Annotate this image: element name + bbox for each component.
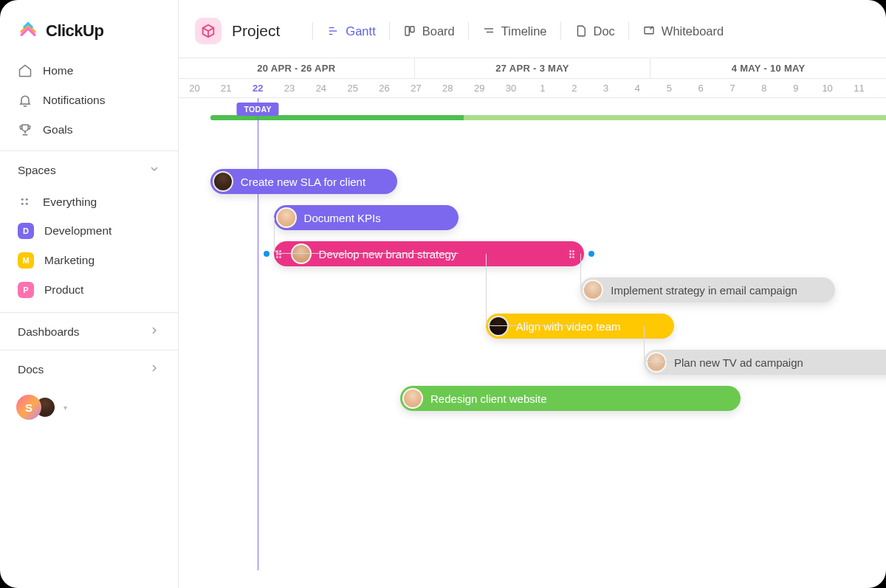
separator xyxy=(560,22,561,40)
assignee-avatar[interactable] xyxy=(402,388,423,409)
separator xyxy=(312,22,313,40)
day-cell: 28 xyxy=(432,79,464,97)
day-cell: 8 xyxy=(748,79,780,97)
dependency-line xyxy=(644,326,674,362)
user-avatar: S xyxy=(16,395,41,420)
nav-goals[interactable]: Goals xyxy=(10,115,168,145)
svg-point-2 xyxy=(21,203,24,205)
week-header: 20 APR - 26 APR 27 APR - 3 MAY 4 MAY - 1… xyxy=(179,58,886,79)
nav-notifications[interactable]: Notifications xyxy=(10,86,168,115)
main-content: Project Gantt Board Timeline xyxy=(179,0,886,588)
svg-rect-7 xyxy=(405,27,409,35)
chevron-right-icon xyxy=(148,362,160,377)
tab-timeline[interactable]: Timeline xyxy=(482,24,547,38)
day-cell: 1 xyxy=(526,79,558,97)
separator xyxy=(389,22,390,40)
task-bar[interactable]: Plan new TV ad campaign xyxy=(644,350,886,375)
space-label: Development xyxy=(44,224,111,238)
overall-progress-done xyxy=(210,115,464,120)
tab-board-label: Board xyxy=(422,24,455,38)
tab-gantt-label: Gantt xyxy=(346,24,375,38)
nav-primary: Home Notifications Goals xyxy=(0,56,178,151)
svg-point-3 xyxy=(26,203,28,205)
assignee-avatar[interactable] xyxy=(583,280,603,300)
day-cell: 22 xyxy=(242,79,274,97)
space-list: Everything D Development M Marketing P P… xyxy=(0,188,178,312)
task-bar[interactable]: Implement strategy in email campaign xyxy=(580,277,835,302)
dashboards-header[interactable]: Dashboards xyxy=(0,312,178,350)
day-cell: 12 xyxy=(875,79,886,97)
space-everything-label: Everything xyxy=(43,196,97,209)
project-title: Project xyxy=(232,22,280,40)
dependency-line xyxy=(274,218,459,254)
chevron-down-icon xyxy=(148,163,160,178)
gantt-view: 20 APR - 26 APR 27 APR - 3 MAY 4 MAY - 1… xyxy=(179,58,886,588)
dependency-handle xyxy=(588,251,594,257)
brand-name: ClickUp xyxy=(46,21,103,41)
tab-board[interactable]: Board xyxy=(403,24,455,38)
nav-goals-label: Goals xyxy=(43,123,73,136)
tab-gantt[interactable]: Gantt xyxy=(326,24,375,38)
space-label: Product xyxy=(44,283,83,297)
space-development[interactable]: D Development xyxy=(10,216,168,246)
user-switcher[interactable]: S ▾ xyxy=(0,387,178,427)
space-label: Marketing xyxy=(44,254,95,267)
svg-point-1 xyxy=(26,198,28,201)
task-bar[interactable]: Redesign client website xyxy=(400,386,741,411)
dependency-handle[interactable] xyxy=(264,251,269,257)
day-cell: 5 xyxy=(653,79,685,97)
task-label: Create new SLA for client xyxy=(241,176,365,188)
day-cell: 26 xyxy=(368,79,400,97)
gantt-chart[interactable]: TODAYCreate new SLA for clientDocument K… xyxy=(179,98,886,570)
day-cell: 11 xyxy=(843,79,875,97)
tab-whiteboard[interactable]: Whiteboard xyxy=(642,24,724,38)
day-cell: 30 xyxy=(495,79,527,97)
trophy-icon xyxy=(18,122,32,137)
dependency-line xyxy=(486,254,584,326)
app-root: ClickUp Home Notifications Goals Spaces xyxy=(0,0,886,588)
docs-header[interactable]: Docs xyxy=(0,350,178,387)
day-header: 2021222324252627282930123456789101112 xyxy=(179,79,886,98)
nav-home[interactable]: Home xyxy=(10,56,168,86)
cube-icon xyxy=(195,18,222,44)
header: Project Gantt Board Timeline xyxy=(179,0,886,58)
space-product[interactable]: P Product xyxy=(10,275,168,305)
space-badge: D xyxy=(18,223,34,239)
day-cell: 10 xyxy=(811,79,843,97)
task-label: Plan new TV ad campaign xyxy=(674,356,803,369)
day-cell: 24 xyxy=(305,79,337,97)
space-everything[interactable]: Everything xyxy=(10,188,168,216)
assignee-avatar[interactable] xyxy=(213,171,233,192)
brand-logo[interactable]: ClickUp xyxy=(0,0,178,56)
task-label: Redesign client website xyxy=(430,392,547,405)
space-badge: M xyxy=(18,252,34,269)
docs-label: Docs xyxy=(18,363,44,376)
day-cell: 4 xyxy=(622,79,653,97)
spaces-header[interactable]: Spaces xyxy=(0,151,178,188)
day-cell: 2 xyxy=(558,79,590,97)
project-title-block[interactable]: Project xyxy=(195,18,280,44)
separator xyxy=(468,22,469,40)
day-cell: 20 xyxy=(179,79,210,97)
avatar-stack: S xyxy=(16,395,56,420)
day-cell: 7 xyxy=(717,79,749,97)
tab-doc[interactable]: Doc xyxy=(574,24,615,38)
tab-timeline-label: Timeline xyxy=(501,24,547,38)
svg-point-0 xyxy=(21,198,24,201)
day-cell: 21 xyxy=(210,79,242,97)
dashboards-label: Dashboards xyxy=(18,325,80,339)
clickup-logo-icon xyxy=(18,21,38,41)
whiteboard-icon xyxy=(642,24,656,38)
space-marketing[interactable]: M Marketing xyxy=(10,246,168,275)
day-cell: 23 xyxy=(274,79,306,97)
view-tabs: Gantt Board Timeline Doc xyxy=(299,22,724,40)
task-bar[interactable]: Create new SLA for client xyxy=(210,169,397,194)
timeline-icon xyxy=(482,24,495,38)
board-icon xyxy=(403,24,416,38)
day-cell: 9 xyxy=(780,79,811,97)
nav-notifications-label: Notifications xyxy=(43,94,105,107)
today-line xyxy=(258,98,258,570)
task-label: Implement strategy in email campaign xyxy=(611,284,797,297)
tab-doc-label: Doc xyxy=(594,24,615,38)
day-cell: 27 xyxy=(400,79,432,97)
